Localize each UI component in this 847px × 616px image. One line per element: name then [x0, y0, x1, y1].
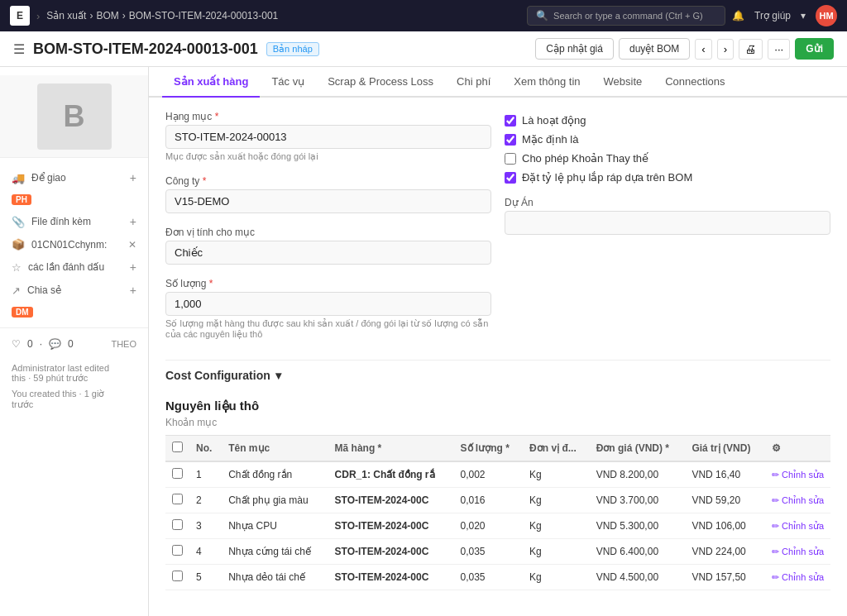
row-ma-hang: CDR_1: Chất đồng rắ: [328, 461, 454, 488]
sidebar-item-file[interactable]: 📦 01CN01Cchynm: ✕: [0, 233, 148, 255]
prev-button[interactable]: ‹: [695, 39, 711, 60]
tab-cost[interactable]: Chi phí: [445, 67, 502, 98]
row-checkbox[interactable]: [172, 519, 183, 530]
tab-task[interactable]: Tác vụ: [260, 67, 316, 98]
edit-link[interactable]: ✏ Chỉnh sửa: [772, 572, 824, 582]
form-content: Hạng mục * Mục được sản xuất hoặc đóng g…: [149, 98, 847, 616]
checkbox-active-input[interactable]: [505, 115, 516, 127]
row-no: 4: [189, 539, 222, 565]
row-don-vi: Kg: [523, 539, 590, 565]
checkbox-active-label: Là hoạt động: [522, 114, 586, 127]
tab-manufacture[interactable]: Sản xuất hàng: [162, 67, 260, 98]
row-gia-tri: VND 157,50: [685, 565, 765, 590]
cost-config-section[interactable]: Cost Configuration ▾: [165, 360, 830, 389]
du-an-section: Dự Án: [505, 197, 830, 235]
follow-label[interactable]: THEO: [111, 339, 136, 349]
edit-link[interactable]: ✏ Chỉnh sửa: [772, 495, 824, 505]
row-gia-tri: VND 224,00: [685, 539, 765, 565]
row-don-vi: Kg: [523, 461, 590, 488]
sidebar-item-delivery[interactable]: 🚚 Để giao +: [0, 166, 148, 189]
sidebar-item-share[interactable]: ↗ Chia sẻ +: [0, 279, 148, 302]
approve-bom-button[interactable]: duyệt BOM: [619, 38, 690, 60]
row-checkbox-cell: [165, 565, 189, 590]
hang-muc-label: Hạng mục *: [165, 111, 491, 122]
breadcrumb-manufacture[interactable]: Sản xuất: [46, 10, 86, 21]
so-luong-section: Số lượng * Số lượng mặt hàng thu được sa…: [165, 278, 491, 340]
content-area: Sản xuất hàng Tác vụ Scrap & Process Los…: [149, 67, 847, 616]
row-checkbox[interactable]: [172, 545, 183, 556]
edit-link[interactable]: ✏ Chỉnh sửa: [772, 521, 824, 531]
hamburger-menu[interactable]: ☰: [13, 41, 25, 57]
row-checkbox[interactable]: [172, 494, 183, 504]
materials-table: No. Tên mục Mã hàng * Số lượng * Đơn vị …: [165, 435, 830, 590]
tab-scrap[interactable]: Scrap & Process Loss: [316, 67, 445, 98]
row-no: 3: [189, 513, 222, 539]
row-ten-muc: Nhựa dẻo tái chế: [222, 565, 328, 590]
app-logo[interactable]: E: [10, 6, 30, 26]
global-search[interactable]: 🔍 Search or type a command (Ctrl + G): [527, 6, 725, 26]
th-don-gia: Đơn giá (VND) *: [590, 436, 686, 462]
row-don-gia: VND 6.400,00: [590, 539, 686, 565]
du-an-input[interactable]: [505, 211, 830, 235]
breadcrumb-bom[interactable]: BOM: [96, 10, 118, 21]
sidebar-footer: Administrator last edited this · 59 phút…: [0, 355, 148, 418]
row-don-gia: VND 4.500,00: [590, 565, 686, 590]
row-don-vi: Kg: [523, 565, 590, 590]
cong-ty-input[interactable]: [165, 189, 491, 213]
row-don-vi: Kg: [523, 513, 590, 539]
row-checkbox-cell: [165, 513, 189, 539]
cong-ty-section: Công ty *: [165, 175, 491, 213]
sidebar-tag-dm: DM: [0, 302, 148, 322]
checkbox-substitute-input[interactable]: [505, 153, 516, 165]
remove-file-icon[interactable]: ✕: [128, 239, 136, 251]
edit-link[interactable]: ✏ Chỉnh sửa: [772, 470, 824, 480]
checkbox-group: Là hoạt động Mặc định là Cho phép Khoản …: [505, 111, 830, 184]
checkbox-default-input[interactable]: [505, 134, 516, 146]
row-don-gia: VND 8.200,00: [590, 461, 686, 488]
hang-muc-input[interactable]: [165, 125, 491, 149]
so-luong-input[interactable]: [165, 292, 491, 316]
help-label[interactable]: Trợ giúp: [754, 10, 791, 21]
heart-icon: ♡: [12, 338, 21, 350]
bell-icon[interactable]: 🔔: [732, 10, 744, 21]
row-gia-tri: VND 16,40: [685, 461, 765, 488]
top-nav-right: 🔔 Trợ giúp ▾ HM: [732, 5, 837, 26]
cost-config-label: Cost Configuration: [165, 369, 270, 382]
row-checkbox[interactable]: [172, 571, 183, 581]
add-delivery-icon[interactable]: +: [130, 171, 136, 184]
sidebar-attachment-label: File đính kèm: [31, 216, 91, 227]
sidebar-stats[interactable]: ♡ 0 · 💬 0 THEO: [0, 333, 148, 355]
sidebar-item-attachment[interactable]: 📎 File đính kèm +: [0, 210, 148, 233]
th-ten-muc: Tên mục: [222, 436, 328, 462]
row-so-luong: 0,035: [454, 565, 524, 590]
sidebar-item-favorites[interactable]: ☆ các lần đánh dấu +: [0, 255, 148, 279]
more-button[interactable]: ···: [768, 39, 790, 60]
avatar[interactable]: HM: [816, 5, 837, 26]
don-vi-input[interactable]: [165, 241, 491, 265]
checkbox-bom-ratio-label: Đặt tỷ lệ phụ lắp ráp dựa trên BOM: [522, 171, 692, 184]
row-checkbox[interactable]: [172, 468, 183, 479]
checkbox-bom-ratio-input[interactable]: [505, 172, 516, 184]
du-an-label: Dự Án: [505, 197, 830, 208]
tab-connections[interactable]: Connections: [653, 67, 736, 98]
tab-info[interactable]: Xem thông tin: [502, 67, 591, 98]
row-edit-cell: ✏ Chỉnh sửa: [765, 461, 830, 488]
box-icon: 📦: [12, 238, 25, 251]
select-all-checkbox[interactable]: [172, 442, 183, 452]
row-edit-cell: ✏ Chỉnh sửa: [765, 488, 830, 513]
add-attachment-icon[interactable]: +: [130, 215, 136, 228]
print-button[interactable]: 🖨: [739, 39, 763, 60]
row-checkbox-cell: [165, 461, 189, 488]
th-settings[interactable]: ⚙: [765, 436, 830, 462]
checkbox-default: Mặc định là: [505, 133, 830, 146]
add-share-icon[interactable]: +: [130, 284, 136, 297]
tab-website[interactable]: Website: [592, 67, 654, 98]
row-no: 5: [189, 565, 222, 590]
edit-link[interactable]: ✏ Chỉnh sửa: [772, 547, 824, 556]
nguyen-lieu-title: Nguyên liệu thô: [165, 399, 830, 413]
next-button[interactable]: ›: [717, 39, 734, 60]
update-price-button[interactable]: Cập nhật giá: [535, 38, 614, 60]
add-favorites-icon[interactable]: +: [130, 260, 136, 274]
send-button[interactable]: Gửi: [795, 38, 834, 60]
checkbox-default-label: Mặc định là: [522, 133, 578, 146]
